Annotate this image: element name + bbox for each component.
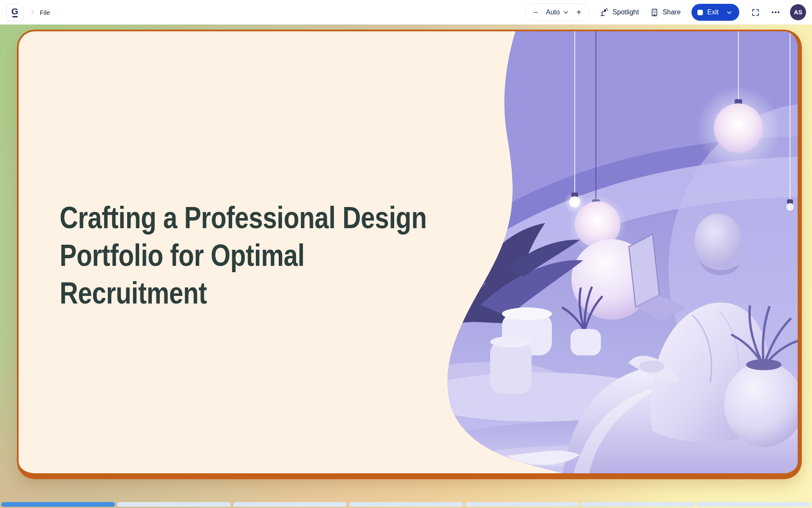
exit-button[interactable]: Exit [691, 4, 739, 21]
share-building-icon [650, 8, 659, 17]
progress-segment-7[interactable] [697, 502, 811, 507]
share-button[interactable]: Share [650, 8, 681, 17]
avatar[interactable]: AS [790, 4, 806, 20]
zoom-level-value: Auto [546, 8, 560, 16]
progress-segment-6[interactable] [581, 502, 695, 507]
slide-title-line: Portfolio for Optimal [60, 237, 427, 274]
progress-segment-4[interactable] [349, 502, 463, 507]
zoom-control: − Auto + [525, 3, 589, 21]
progress-segment-3[interactable] [233, 502, 347, 507]
progress-segment-5[interactable] [465, 502, 579, 507]
progress-segment-1[interactable] [1, 502, 115, 507]
zoom-out-button[interactable]: − [532, 8, 539, 17]
chevron-down-icon [563, 9, 569, 15]
gamma-logo-button[interactable]: G [6, 3, 24, 21]
top-toolbar: G File − Auto + Spotlight [0, 0, 812, 25]
spotlight-label: Spotlight [612, 8, 639, 16]
chevron-down-icon [726, 9, 732, 16]
ellipsis-icon [772, 11, 779, 13]
slide-canvas[interactable]: Crafting a Professional Design Portfolio… [17, 30, 802, 479]
more-options-button[interactable] [768, 5, 783, 20]
slide-progress-bar [1, 502, 811, 507]
gamma-logo-icon: G [11, 7, 18, 15]
stop-square-icon [697, 10, 703, 15]
breadcrumb-chevron-icon [30, 9, 36, 15]
zoom-level-dropdown[interactable]: Auto [546, 8, 569, 16]
spotlight-lamp-icon [599, 8, 609, 17]
fullscreen-brackets-icon [751, 8, 760, 17]
exit-dropdown-button[interactable] [723, 9, 736, 16]
slide-title: Crafting a Professional Design Portfolio… [60, 199, 427, 312]
zoom-in-button[interactable]: + [576, 8, 582, 17]
file-menu[interactable]: File [40, 9, 50, 16]
share-label: Share [663, 8, 681, 16]
slide-title-line: Recruitment [60, 274, 427, 312]
gamma-logo-underline [12, 16, 18, 17]
slide-title-line: Crafting a Professional Design [60, 199, 427, 237]
fullscreen-button[interactable] [748, 5, 763, 20]
exit-label: Exit [707, 8, 719, 16]
slide-illustration [381, 31, 798, 473]
spotlight-button[interactable]: Spotlight [599, 8, 639, 17]
app-screen: G File − Auto + Spotlight [0, 0, 812, 508]
progress-segment-2[interactable] [117, 502, 231, 507]
